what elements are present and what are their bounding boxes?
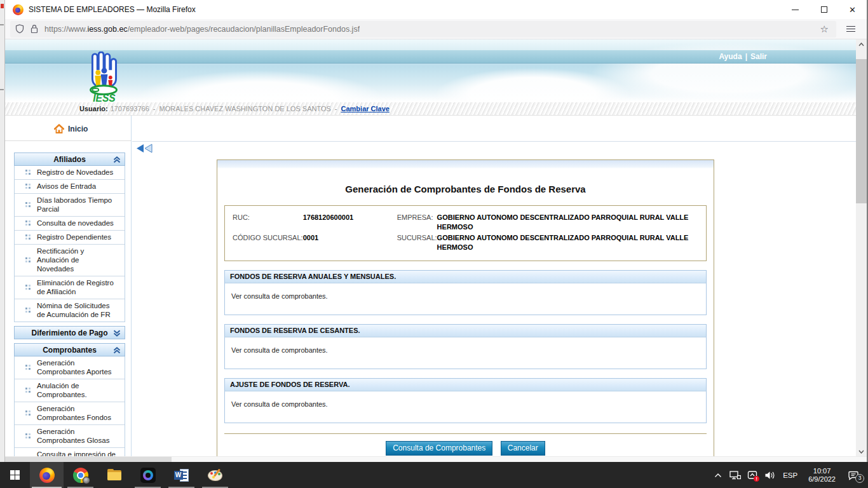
url-bar[interactable]: https://www.iess.gob.ec/empleador-web/pa… xyxy=(10,21,836,37)
notification-center-button[interactable]: 3 xyxy=(844,468,863,483)
horizontal-scroll-thumb[interactable] xyxy=(5,457,172,462)
language-indicator[interactable]: ESP xyxy=(780,471,800,479)
sidebar-item-anulacion-comprobantes[interactable]: Anulación de Comprobantes. xyxy=(15,379,125,402)
user-name: MORALES CHAVEZ WASHINGTON DE LOS SANTOS xyxy=(159,105,330,112)
section-body-link[interactable]: Ver consulta de comprobantes. xyxy=(225,283,706,315)
speaker-icon[interactable] xyxy=(763,468,776,483)
accordion-diferimiento: Diferimiento de Pago xyxy=(14,326,125,339)
menu-hamburger-icon[interactable] xyxy=(841,26,860,32)
bookmark-star-icon[interactable]: ☆ xyxy=(818,24,831,35)
cambiar-clave-link[interactable]: Cambiar Clave xyxy=(341,105,390,112)
grid-bullet-icon xyxy=(25,202,31,207)
sidebar-item-inicio[interactable]: Inicio xyxy=(54,124,131,133)
consulta-comprobantes-button[interactable]: Consulta de Comprobantes xyxy=(386,441,492,456)
background-mark xyxy=(0,24,4,25)
start-button[interactable] xyxy=(0,462,30,488)
home-icon xyxy=(54,124,64,133)
accordion-header-comprobantes[interactable]: Comprobantes xyxy=(14,343,125,356)
section-body-link[interactable]: Ver consulta de comprobantes. xyxy=(225,391,706,423)
firefox-icon xyxy=(13,4,24,15)
lock-icon[interactable] xyxy=(31,24,38,34)
security-alert-icon[interactable]: ! xyxy=(746,468,759,483)
webex-icon xyxy=(140,468,156,483)
menu-item-label: Nómina de Solicitudes de Acumulación de … xyxy=(37,301,117,319)
accordion-header-afiliados[interactable]: Afiliados xyxy=(14,152,125,166)
chrome-icon xyxy=(73,468,88,483)
grid-bullet-icon xyxy=(25,308,31,313)
clock-time: 10:07 xyxy=(808,467,836,475)
taskbar-webex-button[interactable] xyxy=(131,462,165,488)
section-body-link[interactable]: Ver consulta de comprobantes. xyxy=(225,337,706,369)
taskbar-paint-button[interactable] xyxy=(198,462,232,488)
network-icon[interactable] xyxy=(729,468,742,483)
url-text[interactable]: https://www.iess.gob.ec/empleador-web/pa… xyxy=(44,25,360,34)
grid-bullet-icon xyxy=(25,365,31,370)
accordion-afiliados: Afiliados Registro de Novedades Avisos d… xyxy=(14,152,125,322)
windows-logo-icon xyxy=(10,470,20,480)
salir-link[interactable]: Salir xyxy=(750,52,767,61)
shield-icon[interactable] xyxy=(15,24,24,34)
scroll-down-arrow[interactable] xyxy=(856,447,867,456)
ayuda-link[interactable]: Ayuda xyxy=(719,52,742,61)
close-button[interactable]: ✕ xyxy=(838,0,867,19)
taskbar-firefox-button[interactable] xyxy=(30,462,64,488)
taskbar-explorer-button[interactable] xyxy=(97,462,131,488)
cancelar-button[interactable]: Cancelar xyxy=(501,441,545,456)
sidebar-item-generacion-aportes[interactable]: Generación Comprobantes Aportes xyxy=(15,356,125,379)
minimize-button[interactable] xyxy=(781,0,810,19)
taskbar-chrome-button[interactable] xyxy=(64,462,97,488)
sidebar-item-dias-laborados[interactable]: Días laborados Tiempo Parcial xyxy=(15,194,125,217)
empresa-label: EMPRESA: xyxy=(397,212,437,233)
collapse-sidebar-icon[interactable] xyxy=(136,144,154,153)
sidebar-item-registro-novedades[interactable]: Registro de Novedades xyxy=(15,166,125,180)
accordion-comprobantes: Comprobantes Generación Comprobantes Apo… xyxy=(14,343,125,456)
grid-bullet-icon xyxy=(25,433,31,438)
sidebar-item-registro-dependientes[interactable]: Registro Dependientes xyxy=(15,231,125,245)
section-header: FONDOS DE RESERVA DE CESANTES. xyxy=(225,325,706,337)
sidebar-item-generacion-fondos[interactable]: Generación Comprobantes Fondos xyxy=(15,402,125,425)
grid-bullet-icon xyxy=(25,410,31,416)
dash: - xyxy=(153,105,156,112)
scroll-up-arrow[interactable] xyxy=(856,39,867,49)
firefox-window: SISTEMA DE EMPLEADORES — Mozilla Firefox… xyxy=(5,0,868,462)
iess-logo-text: IESS xyxy=(93,93,116,104)
grid-bullet-icon xyxy=(25,184,31,189)
sidebar-item-generacion-glosas[interactable]: Generación Comprobantes Glosas xyxy=(15,425,125,448)
browser-navbar: https://www.iess.gob.ec/empleador-web/pa… xyxy=(5,19,867,39)
background-window-strip xyxy=(0,0,5,462)
file-explorer-icon xyxy=(107,468,122,483)
empresa-value: GOBIERNO AUTONOMO DESCENTRALIZADO PARROQ… xyxy=(437,212,698,233)
horizontal-scrollbar[interactable] xyxy=(5,456,867,462)
fondos-reserva-panel: Generación de Comprobantes de Fondos de … xyxy=(217,159,714,456)
page-title: Generación de Comprobantes de Fondos de … xyxy=(217,184,714,194)
iess-page: Ayuda | Salir xyxy=(5,39,856,456)
accordion-label: Afiliados xyxy=(53,155,86,164)
accordion-header-diferimiento[interactable]: Diferimiento de Pago xyxy=(14,326,125,339)
grid-bullet-icon xyxy=(25,285,31,290)
vertical-scrollbar[interactable] xyxy=(856,39,867,456)
sidebar-item-eliminacion-registro[interactable]: Eliminación de Registro de Afiliación xyxy=(15,276,125,299)
user-id: 1707693766 xyxy=(111,105,149,112)
menu-item-label: Anulación de Comprobantes. xyxy=(37,381,117,399)
sidebar-item-nomina-solicitudes[interactable]: Nómina de Solicitudes de Acumulación de … xyxy=(15,299,125,322)
alert-badge: ! xyxy=(754,476,759,482)
window-titlebar: SISTEMA DE EMPLEADORES — Mozilla Firefox… xyxy=(5,0,867,19)
vertical-scroll-thumb[interactable] xyxy=(856,59,867,203)
page-header-sky: Ayuda | Salir xyxy=(5,39,856,102)
sidebar-item-consulta-novedades[interactable]: Consulta de novedades xyxy=(15,217,125,231)
taskbar-word-button[interactable]: W xyxy=(165,462,198,488)
notification-count-badge: 3 xyxy=(855,474,864,483)
clock[interactable]: 10:07 6/9/2022 xyxy=(804,467,839,484)
grid-bullet-icon xyxy=(25,170,31,175)
grid-bullet-icon xyxy=(25,220,31,226)
maximize-button[interactable] xyxy=(810,0,838,19)
sidebar-item-avisos-entrada[interactable]: Avisos de Entrada xyxy=(15,180,125,194)
button-row: Consulta de Comprobantes Cancelar xyxy=(224,433,707,456)
inicio-label: Inicio xyxy=(68,125,88,133)
sidebar-item-rectificacion[interactable]: Rectificación y Anulación de Novedades xyxy=(15,245,125,276)
tray-chevron-up-icon[interactable] xyxy=(712,468,724,483)
menu-item-label: Registro Dependientes xyxy=(37,233,117,241)
clock-date: 6/9/2022 xyxy=(808,475,836,484)
sidebar-item-consulta-impresion[interactable]: Consulta e impresión de Comprobantes xyxy=(15,448,125,456)
system-tray: ! ESP 10:07 6/9/2022 3 xyxy=(712,462,868,488)
